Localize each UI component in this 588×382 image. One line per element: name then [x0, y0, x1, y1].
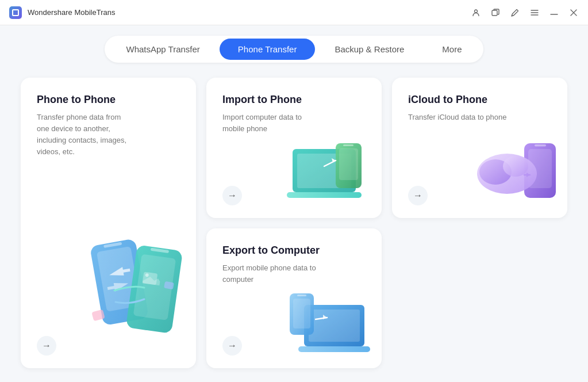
- card-phone-to-phone-desc: Transfer phone data from one device to a…: [37, 112, 130, 158]
- svg-rect-21: [535, 144, 546, 147]
- card-phone-to-phone-title: Phone to Phone: [37, 94, 180, 106]
- main-content: WhatsApp Transfer Phone Transfer Backup …: [0, 25, 588, 382]
- title-bar-controls: [471, 7, 579, 18]
- card-phone-to-phone[interactable]: Phone to Phone Transfer phone data from …: [21, 78, 196, 368]
- close-button[interactable]: [568, 7, 579, 18]
- card-export-arrow[interactable]: →: [222, 336, 242, 356]
- svg-rect-28: [298, 346, 370, 352]
- svg-rect-1: [492, 10, 497, 16]
- tab-phone-transfer[interactable]: Phone Transfer: [220, 39, 316, 60]
- app-title: Wondershare MobileTrans: [28, 8, 115, 17]
- app-icon: [9, 6, 22, 19]
- tab-more[interactable]: More: [424, 39, 480, 60]
- icloud-illustration: [472, 132, 564, 218]
- svg-rect-16: [339, 148, 358, 180]
- duplicate-button[interactable]: [490, 7, 501, 18]
- card-icloud-arrow[interactable]: →: [408, 186, 428, 205]
- edit-button[interactable]: [510, 7, 520, 18]
- svg-rect-31: [297, 295, 306, 296]
- import-illustration: [281, 132, 379, 218]
- card-icloud-desc: Transfer iCloud data to phone: [408, 112, 508, 123]
- menu-button[interactable]: [529, 7, 540, 18]
- svg-rect-14: [287, 192, 362, 198]
- phone-to-phone-illustration: [75, 224, 190, 351]
- card-import-arrow[interactable]: →: [222, 186, 242, 205]
- tab-backup-restore[interactable]: Backup & Restore: [316, 39, 422, 60]
- svg-rect-17: [343, 144, 353, 146]
- card-phone-to-phone-arrow[interactable]: →: [37, 336, 56, 356]
- export-illustration: [281, 282, 379, 368]
- svg-point-0: [475, 10, 478, 13]
- nav-tabs: WhatsApp Transfer Phone Transfer Backup …: [105, 36, 483, 63]
- title-bar: Wondershare MobileTrans: [0, 0, 588, 25]
- card-export-title: Export to Computer: [222, 245, 366, 257]
- card-import-to-phone[interactable]: Import to Phone Import computer data to …: [206, 78, 382, 218]
- card-icloud-to-phone[interactable]: iCloud to Phone Transfer iCloud data to …: [392, 78, 567, 218]
- svg-point-24: [503, 156, 528, 177]
- card-import-title: Import to Phone: [222, 94, 366, 106]
- svg-rect-27: [309, 310, 360, 342]
- title-bar-left: Wondershare MobileTrans: [9, 6, 115, 19]
- cards-area: Phone to Phone Transfer phone data from …: [0, 72, 588, 382]
- card-export-to-computer[interactable]: Export to Computer Export mobile phone d…: [206, 228, 382, 369]
- nav-bar: WhatsApp Transfer Phone Transfer Backup …: [0, 25, 588, 72]
- minimize-button[interactable]: [549, 7, 559, 18]
- card-icloud-title: iCloud to Phone: [408, 94, 551, 106]
- svg-rect-30: [293, 299, 310, 328]
- tab-whatsapp-transfer[interactable]: WhatsApp Transfer: [107, 39, 218, 60]
- account-button[interactable]: [471, 7, 481, 18]
